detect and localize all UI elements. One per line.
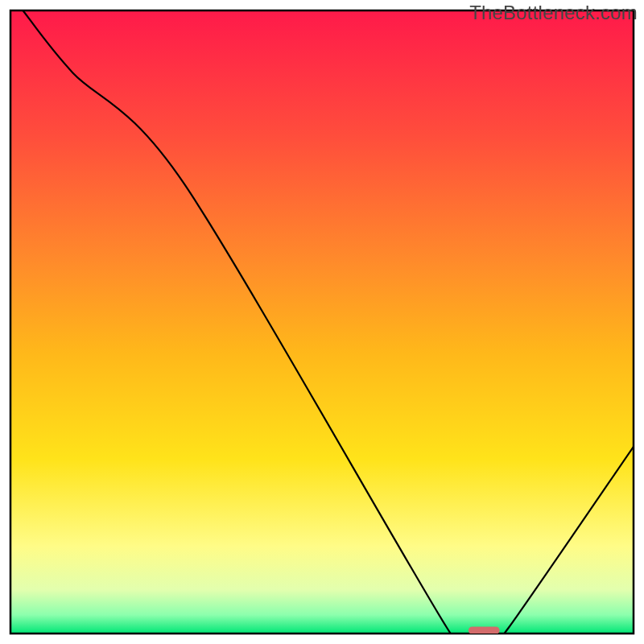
chart-root: TheBottleneck.com bbox=[0, 0, 644, 644]
optimal-marker bbox=[469, 626, 500, 634]
chart-svg bbox=[0, 0, 644, 644]
watermark-label: TheBottleneck.com bbox=[469, 2, 638, 24]
gradient-background bbox=[10, 10, 634, 634]
